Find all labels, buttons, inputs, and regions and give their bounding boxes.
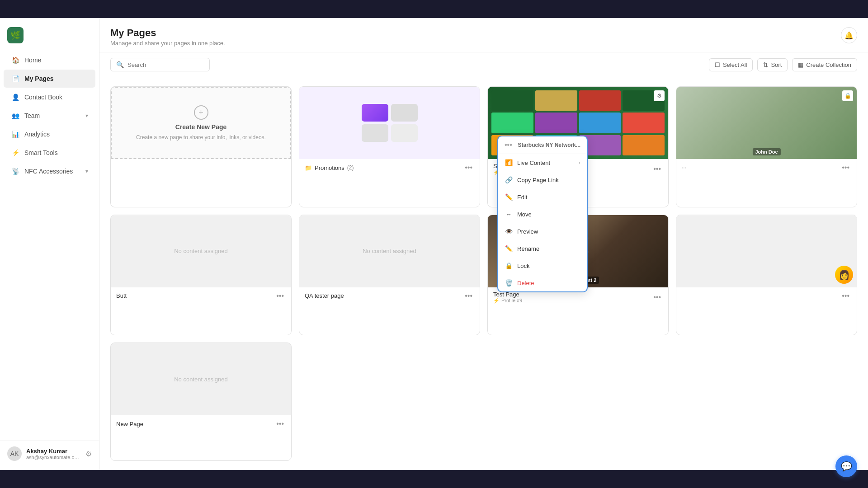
qa-tester-card[interactable]: No content assigned QA tester page ••• <box>299 215 480 336</box>
menu-item-lock-label: Lock <box>517 263 529 269</box>
page-title-area: My Pages Manage and share your pages in … <box>110 27 225 47</box>
select-all-button[interactable]: ☐ Select All <box>709 58 753 71</box>
empty-person-preview: 👩 <box>676 215 857 287</box>
menu-item-delete[interactable]: 🗑️ Delete <box>498 274 587 291</box>
smart-tools-icon: ⚡ <box>11 148 20 157</box>
empty-person-card[interactable]: 👩 ••• <box>676 215 857 336</box>
sidebar-item-team-label: Team <box>24 112 40 119</box>
butt-menu-button[interactable]: ••• <box>274 291 286 301</box>
page-subtitle: Manage and share your pages in one place… <box>110 40 225 47</box>
promotions-folder-card[interactable]: 📁 Promotions (2) ••• <box>299 86 480 207</box>
toolbar: 🔍 ☐ Select All ⇅ Sort ▦ Create Collectio… <box>99 52 868 77</box>
qa-menu-button[interactable]: ••• <box>463 291 474 301</box>
folder-count: (2) <box>347 164 354 171</box>
search-icon: 🔍 <box>116 61 124 68</box>
search-input[interactable] <box>127 61 204 68</box>
promotions-menu-button[interactable]: ••• <box>463 163 474 173</box>
empty-person-menu-button[interactable]: ••• <box>840 291 851 301</box>
team-chevron-icon: ▾ <box>85 113 88 119</box>
butt-card[interactable]: No content assigned Butt ••• <box>110 215 292 336</box>
settings-icon[interactable]: ⚙ <box>85 450 92 458</box>
empty-person-footer: ••• <box>676 287 857 305</box>
sort-button[interactable]: ⇅ Sort <box>757 58 788 71</box>
chat-icon: 💬 <box>841 461 852 472</box>
context-menu-dots: ••• <box>505 141 512 149</box>
butt-name: Butt <box>116 292 127 299</box>
home-icon: 🏠 <box>11 56 20 65</box>
starbucks-ny-footer: ··· ••• <box>676 159 857 176</box>
menu-item-preview[interactable]: 👁️ Preview <box>498 223 587 240</box>
folder-thumb-4 <box>391 124 418 142</box>
contact-icon: 👤 <box>11 93 20 102</box>
folder-thumb-3 <box>362 124 388 142</box>
create-title: Create New Page <box>175 123 227 131</box>
menu-item-live-content-label: Live Content <box>517 160 550 166</box>
menu-item-move-label: Move <box>517 211 532 218</box>
qa-preview: No content assigned <box>299 215 480 287</box>
sidebar-item-home[interactable]: 🏠 Home <box>4 51 95 69</box>
create-collection-button[interactable]: ▦ Create Collection <box>792 58 857 71</box>
johndoe-label: John Doe <box>752 148 780 155</box>
menu-item-edit[interactable]: ✏️ Edit <box>498 188 587 206</box>
sidebar-item-contact-label: Contact Book <box>24 94 62 101</box>
sidebar-item-my-pages[interactable]: 📄 My Pages <box>4 70 95 88</box>
top-bar <box>0 0 868 18</box>
menu-item-copy-link[interactable]: 🔗 Copy Page Link <box>498 171 587 188</box>
new-page-preview: No content assigned <box>111 343 291 415</box>
context-menu-header: ••• Starbucks NY Network... <box>498 136 587 154</box>
sidebar-item-nfc[interactable]: 📡 NFC Accessories ▾ <box>4 162 95 180</box>
profile-icon: ⚡ <box>493 298 500 304</box>
starbucks-ny-preview: John Doe 🔒 <box>676 87 857 159</box>
starbucks-ny-name: ··· <box>682 164 686 171</box>
starbucks-ny-card[interactable]: John Doe 🔒 ··· ••• <box>676 86 857 207</box>
butt-no-content: No content assigned <box>174 248 228 254</box>
sidebar-bottom: AK Akshay Kumar ash@synxautomate.com ⚙ <box>0 441 99 466</box>
menu-item-rename-label: Rename <box>517 245 539 252</box>
folder-thumb-1 <box>362 104 388 122</box>
menu-item-live-content[interactable]: 📶 Live Content › <box>498 154 587 171</box>
butt-preview: No content assigned <box>111 215 291 287</box>
qa-name: QA tester page <box>305 292 344 299</box>
delete-icon: 🗑️ <box>505 279 513 287</box>
new-page-card[interactable]: No content assigned New Page ••• <box>110 343 292 461</box>
starbucks-signups-menu-button[interactable]: ••• <box>651 164 663 174</box>
lock-icon: 🔒 <box>505 262 513 270</box>
user-name: Akshay Kumar <box>26 448 81 455</box>
create-new-preview: + Create New Page Create a new page to s… <box>111 87 291 159</box>
new-page-footer: New Page ••• <box>111 415 291 432</box>
main-header: My Pages Manage and share your pages in … <box>99 18 868 52</box>
sidebar-item-analytics[interactable]: 📊 Analytics <box>4 125 95 143</box>
starbucks-ny-menu-button[interactable]: ••• <box>840 163 851 173</box>
context-menu: ••• Starbucks NY Network... 📶 Live Conte… <box>497 136 588 292</box>
sidebar-nav: 🏠 Home 📄 My Pages 👤 Contact Book 👥 Team … <box>0 51 99 441</box>
sidebar-item-team[interactable]: 👥 Team ▾ <box>4 107 95 125</box>
analytics-icon: 📊 <box>11 130 20 139</box>
new-page-menu-button[interactable]: ••• <box>274 419 286 429</box>
edit-icon: ✏️ <box>505 193 513 201</box>
bottom-bar <box>0 470 868 488</box>
menu-item-edit-label: Edit <box>517 194 527 201</box>
chat-button[interactable]: 💬 <box>835 455 857 477</box>
new-page-name: New Page <box>116 421 143 427</box>
header-actions: 🔔 <box>841 27 857 43</box>
sidebar-item-smart-tools[interactable]: ⚡ Smart Tools <box>4 144 95 162</box>
create-new-page-card[interactable]: + Create New Page Create a new page to s… <box>110 86 292 207</box>
logo-area: 🌿 <box>0 22 99 51</box>
sidebar-item-contact-book[interactable]: 👤 Contact Book <box>4 88 95 106</box>
menu-item-rename[interactable]: ✏️ Rename <box>498 240 587 257</box>
page-title: My Pages <box>110 27 225 39</box>
lock-badge: 🔒 <box>842 90 853 101</box>
search-box[interactable]: 🔍 <box>110 58 210 71</box>
test-page-menu-button[interactable]: ••• <box>651 292 663 302</box>
menu-item-move[interactable]: ↔️ Move <box>498 206 587 223</box>
sort-icon: ⇅ <box>763 61 768 68</box>
menu-item-lock[interactable]: 🔒 Lock <box>498 257 587 274</box>
user-email: ash@synxautomate.com <box>26 455 81 460</box>
folder-name-area: 📁 Promotions (2) <box>305 164 354 171</box>
app-logo: 🌿 <box>7 27 24 43</box>
sidebar-item-analytics-label: Analytics <box>24 131 50 138</box>
menu-item-delete-label: Delete <box>517 280 534 286</box>
notification-bell-button[interactable]: 🔔 <box>841 27 857 43</box>
qa-footer: QA tester page ••• <box>299 287 480 305</box>
sidebar: 🌿 🏠 Home 📄 My Pages 👤 Contact Book 👥 Tea… <box>0 18 99 470</box>
